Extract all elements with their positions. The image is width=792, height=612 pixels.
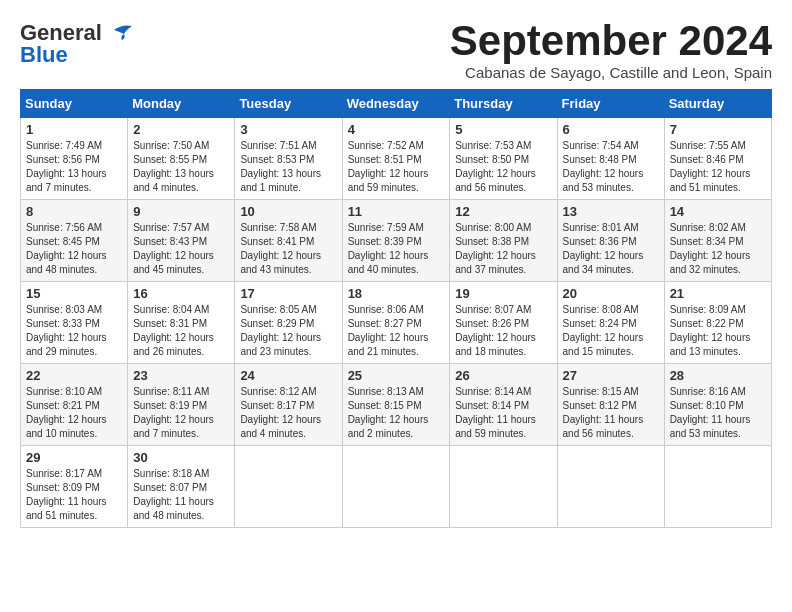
calendar-cell [450, 446, 557, 528]
day-info: Sunrise: 7:53 AMSunset: 8:50 PMDaylight:… [455, 139, 551, 195]
calendar-header-monday: Monday [128, 90, 235, 118]
day-number: 21 [670, 286, 766, 301]
calendar-header-sunday: Sunday [21, 90, 128, 118]
day-info: Sunrise: 7:59 AMSunset: 8:39 PMDaylight:… [348, 221, 445, 277]
calendar-cell: 10Sunrise: 7:58 AMSunset: 8:41 PMDayligh… [235, 200, 342, 282]
calendar-cell: 15Sunrise: 8:03 AMSunset: 8:33 PMDayligh… [21, 282, 128, 364]
logo-blue-text: Blue [20, 42, 68, 68]
calendar-cell: 22Sunrise: 8:10 AMSunset: 8:21 PMDayligh… [21, 364, 128, 446]
day-info: Sunrise: 8:16 AMSunset: 8:10 PMDaylight:… [670, 385, 766, 441]
logo: General Blue [20, 20, 134, 68]
day-number: 18 [348, 286, 445, 301]
day-info: Sunrise: 7:51 AMSunset: 8:53 PMDaylight:… [240, 139, 336, 195]
title-section: September 2024 Cabanas de Sayago, Castil… [450, 20, 772, 81]
calendar-header-wednesday: Wednesday [342, 90, 450, 118]
day-info: Sunrise: 8:02 AMSunset: 8:34 PMDaylight:… [670, 221, 766, 277]
day-info: Sunrise: 8:03 AMSunset: 8:33 PMDaylight:… [26, 303, 122, 359]
day-info: Sunrise: 7:52 AMSunset: 8:51 PMDaylight:… [348, 139, 445, 195]
calendar-cell: 8Sunrise: 7:56 AMSunset: 8:45 PMDaylight… [21, 200, 128, 282]
calendar-cell: 6Sunrise: 7:54 AMSunset: 8:48 PMDaylight… [557, 118, 664, 200]
calendar-cell: 29Sunrise: 8:17 AMSunset: 8:09 PMDayligh… [21, 446, 128, 528]
day-info: Sunrise: 8:17 AMSunset: 8:09 PMDaylight:… [26, 467, 122, 523]
calendar-cell: 21Sunrise: 8:09 AMSunset: 8:22 PMDayligh… [664, 282, 771, 364]
day-info: Sunrise: 8:18 AMSunset: 8:07 PMDaylight:… [133, 467, 229, 523]
calendar-cell [557, 446, 664, 528]
calendar-cell: 23Sunrise: 8:11 AMSunset: 8:19 PMDayligh… [128, 364, 235, 446]
calendar-cell: 9Sunrise: 7:57 AMSunset: 8:43 PMDaylight… [128, 200, 235, 282]
day-info: Sunrise: 7:54 AMSunset: 8:48 PMDaylight:… [563, 139, 659, 195]
day-number: 13 [563, 204, 659, 219]
day-number: 5 [455, 122, 551, 137]
calendar-cell: 20Sunrise: 8:08 AMSunset: 8:24 PMDayligh… [557, 282, 664, 364]
day-number: 26 [455, 368, 551, 383]
day-number: 10 [240, 204, 336, 219]
calendar-cell: 26Sunrise: 8:14 AMSunset: 8:14 PMDayligh… [450, 364, 557, 446]
calendar-cell: 5Sunrise: 7:53 AMSunset: 8:50 PMDaylight… [450, 118, 557, 200]
calendar-cell: 12Sunrise: 8:00 AMSunset: 8:38 PMDayligh… [450, 200, 557, 282]
calendar-header-saturday: Saturday [664, 90, 771, 118]
month-title: September 2024 [450, 20, 772, 62]
calendar-header-row: SundayMondayTuesdayWednesdayThursdayFrid… [21, 90, 772, 118]
calendar-cell: 16Sunrise: 8:04 AMSunset: 8:31 PMDayligh… [128, 282, 235, 364]
day-info: Sunrise: 7:58 AMSunset: 8:41 PMDaylight:… [240, 221, 336, 277]
day-info: Sunrise: 8:07 AMSunset: 8:26 PMDaylight:… [455, 303, 551, 359]
calendar-cell: 7Sunrise: 7:55 AMSunset: 8:46 PMDaylight… [664, 118, 771, 200]
day-number: 1 [26, 122, 122, 137]
calendar-cell: 19Sunrise: 8:07 AMSunset: 8:26 PMDayligh… [450, 282, 557, 364]
calendar-week-row: 1Sunrise: 7:49 AMSunset: 8:56 PMDaylight… [21, 118, 772, 200]
calendar-cell [235, 446, 342, 528]
day-info: Sunrise: 7:55 AMSunset: 8:46 PMDaylight:… [670, 139, 766, 195]
day-number: 4 [348, 122, 445, 137]
calendar-cell: 2Sunrise: 7:50 AMSunset: 8:55 PMDaylight… [128, 118, 235, 200]
day-number: 20 [563, 286, 659, 301]
calendar-cell: 3Sunrise: 7:51 AMSunset: 8:53 PMDaylight… [235, 118, 342, 200]
day-number: 11 [348, 204, 445, 219]
day-info: Sunrise: 8:15 AMSunset: 8:12 PMDaylight:… [563, 385, 659, 441]
day-info: Sunrise: 8:13 AMSunset: 8:15 PMDaylight:… [348, 385, 445, 441]
day-info: Sunrise: 8:12 AMSunset: 8:17 PMDaylight:… [240, 385, 336, 441]
calendar-cell [664, 446, 771, 528]
day-info: Sunrise: 8:09 AMSunset: 8:22 PMDaylight:… [670, 303, 766, 359]
day-number: 30 [133, 450, 229, 465]
day-number: 7 [670, 122, 766, 137]
calendar-week-row: 29Sunrise: 8:17 AMSunset: 8:09 PMDayligh… [21, 446, 772, 528]
calendar-cell: 18Sunrise: 8:06 AMSunset: 8:27 PMDayligh… [342, 282, 450, 364]
calendar-header-friday: Friday [557, 90, 664, 118]
day-number: 28 [670, 368, 766, 383]
day-number: 19 [455, 286, 551, 301]
day-number: 17 [240, 286, 336, 301]
calendar-cell: 11Sunrise: 7:59 AMSunset: 8:39 PMDayligh… [342, 200, 450, 282]
day-info: Sunrise: 8:14 AMSunset: 8:14 PMDaylight:… [455, 385, 551, 441]
day-number: 23 [133, 368, 229, 383]
calendar-cell: 17Sunrise: 8:05 AMSunset: 8:29 PMDayligh… [235, 282, 342, 364]
day-info: Sunrise: 8:11 AMSunset: 8:19 PMDaylight:… [133, 385, 229, 441]
day-info: Sunrise: 8:00 AMSunset: 8:38 PMDaylight:… [455, 221, 551, 277]
day-number: 2 [133, 122, 229, 137]
day-number: 25 [348, 368, 445, 383]
calendar-header-thursday: Thursday [450, 90, 557, 118]
day-number: 6 [563, 122, 659, 137]
day-number: 16 [133, 286, 229, 301]
day-info: Sunrise: 7:50 AMSunset: 8:55 PMDaylight:… [133, 139, 229, 195]
day-info: Sunrise: 8:08 AMSunset: 8:24 PMDaylight:… [563, 303, 659, 359]
calendar-header-tuesday: Tuesday [235, 90, 342, 118]
calendar-cell: 1Sunrise: 7:49 AMSunset: 8:56 PMDaylight… [21, 118, 128, 200]
calendar-cell: 25Sunrise: 8:13 AMSunset: 8:15 PMDayligh… [342, 364, 450, 446]
day-info: Sunrise: 8:01 AMSunset: 8:36 PMDaylight:… [563, 221, 659, 277]
day-number: 9 [133, 204, 229, 219]
day-info: Sunrise: 8:05 AMSunset: 8:29 PMDaylight:… [240, 303, 336, 359]
day-info: Sunrise: 8:10 AMSunset: 8:21 PMDaylight:… [26, 385, 122, 441]
day-info: Sunrise: 8:04 AMSunset: 8:31 PMDaylight:… [133, 303, 229, 359]
day-number: 12 [455, 204, 551, 219]
day-info: Sunrise: 7:56 AMSunset: 8:45 PMDaylight:… [26, 221, 122, 277]
day-info: Sunrise: 7:49 AMSunset: 8:56 PMDaylight:… [26, 139, 122, 195]
calendar-cell: 27Sunrise: 8:15 AMSunset: 8:12 PMDayligh… [557, 364, 664, 446]
calendar-week-row: 8Sunrise: 7:56 AMSunset: 8:45 PMDaylight… [21, 200, 772, 282]
calendar-cell [342, 446, 450, 528]
day-number: 29 [26, 450, 122, 465]
day-info: Sunrise: 7:57 AMSunset: 8:43 PMDaylight:… [133, 221, 229, 277]
calendar-cell: 24Sunrise: 8:12 AMSunset: 8:17 PMDayligh… [235, 364, 342, 446]
calendar-cell: 4Sunrise: 7:52 AMSunset: 8:51 PMDaylight… [342, 118, 450, 200]
day-number: 22 [26, 368, 122, 383]
calendar-week-row: 15Sunrise: 8:03 AMSunset: 8:33 PMDayligh… [21, 282, 772, 364]
